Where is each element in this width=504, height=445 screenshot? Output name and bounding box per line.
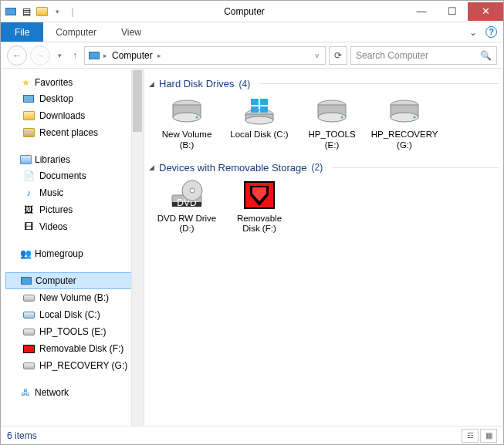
drive-item[interactable]: New Volume (B:) <box>157 96 217 151</box>
nav-item-label: Music <box>39 187 63 198</box>
group-count: (2) <box>311 162 323 173</box>
nav-header-favorites[interactable]: ▸ ★ Favorites <box>5 75 144 90</box>
nav-item-desktop[interactable]: Desktop <box>5 90 144 107</box>
group-line <box>259 83 499 84</box>
up-button[interactable]: ↑ <box>69 50 81 61</box>
drive-icon <box>22 325 35 338</box>
group-items-hdd: New Volume (B:) Local Disk (C:) HP_TOOLS… <box>149 96 499 151</box>
tab-computer[interactable]: Computer <box>43 22 109 42</box>
nav-group-computer: ▸ Computer New Volume (B:) Local Disk (C… <box>1 272 144 374</box>
svg-point-3 <box>196 116 198 119</box>
close-button[interactable]: ✕ <box>468 2 503 21</box>
dvd-item[interactable]: DVD DVD RW Drive (D:) <box>157 180 217 235</box>
quick-access-toolbar: ▤ ▾ | <box>1 5 83 19</box>
nav-group-network: ▸ 🖧 Network <box>1 385 144 400</box>
breadcrumb-sep-icon[interactable]: ▸ <box>157 52 161 59</box>
address-bar[interactable]: ▸ Computer ▸ v <box>84 46 326 65</box>
nav-item-label: Downloads <box>39 110 85 121</box>
view-icons-button[interactable]: ▦ <box>480 429 497 443</box>
computer-icon <box>88 49 100 62</box>
item-label: New Volume (B:) <box>157 130 217 151</box>
dvd-icon: DVD <box>168 180 205 211</box>
libraries-icon <box>19 153 32 166</box>
maximize-button[interactable]: ☐ <box>437 2 468 21</box>
item-label: Local Disk (C:) <box>230 130 288 140</box>
group-header-removable[interactable]: ◢ Devices with Removable Storage (2) <box>149 162 499 174</box>
recent-icon <box>22 126 35 139</box>
nav-header-network[interactable]: ▸ 🖧 Network <box>5 385 144 400</box>
nav-item-label: HP_RECOVERY (G:) <box>39 360 127 371</box>
nav-group-homegroup: ▸ 👥 Homegroup <box>1 246 144 261</box>
minimize-button[interactable]: ― <box>406 2 437 21</box>
drive-icon <box>313 96 350 126</box>
title-bar: ▤ ▾ | Computer ― ☐ ✕ <box>1 1 503 22</box>
nav-item-pictures[interactable]: 🖼Pictures <box>5 201 144 218</box>
nav-label: Homegroup <box>35 248 83 259</box>
drive-item[interactable]: HP_TOOLS (E:) <box>302 96 362 151</box>
nav-item-label: Recent places <box>39 127 98 138</box>
navigation-bar: ← → ▾ ↑ ▸ Computer ▸ v ⟳ Search Computer… <box>1 42 503 69</box>
computer-icon <box>20 275 32 287</box>
address-dropdown-icon[interactable]: v <box>313 52 323 59</box>
videos-icon: 🎞 <box>22 221 35 233</box>
breadcrumb[interactable]: Computer <box>110 50 154 61</box>
tab-view[interactable]: View <box>109 22 154 42</box>
new-folder-icon[interactable] <box>35 5 49 19</box>
nav-item-label: Local Disk (C:) <box>39 309 100 320</box>
nav-item-label: New Volume (B:) <box>39 292 109 303</box>
drive-windows-icon <box>241 96 278 126</box>
ribbon-tabs: File Computer View ⌄ ? <box>1 22 503 42</box>
qat-separator: | <box>66 5 79 19</box>
nav-header-homegroup[interactable]: ▸ 👥 Homegroup <box>5 246 144 261</box>
music-icon: ♪ <box>22 187 35 199</box>
nav-item-recent[interactable]: Recent places <box>5 124 144 141</box>
drive-item[interactable]: HP_RECOVERY (G:) <box>374 96 435 151</box>
pictures-icon: 🖼 <box>22 204 35 216</box>
nav-item-videos[interactable]: 🎞Videos <box>5 218 144 235</box>
ribbon-expand-icon[interactable]: ⌄ <box>464 22 482 42</box>
file-tab[interactable]: File <box>1 22 43 42</box>
group-name: Devices with Removable Storage <box>159 162 306 174</box>
star-icon: ★ <box>19 76 32 89</box>
svg-point-14 <box>341 116 343 119</box>
forward-button[interactable]: → <box>30 46 50 66</box>
nav-item-drive-e[interactable]: HP_TOOLS (E:) <box>5 323 144 340</box>
nav-item-label: HP_TOOLS (E:) <box>39 326 106 337</box>
scrollbar-thumb[interactable] <box>133 70 142 132</box>
removable-item[interactable]: Removable Disk (F:) <box>229 180 289 235</box>
properties-icon[interactable]: ▤ <box>19 5 33 19</box>
refresh-button[interactable]: ⟳ <box>329 46 347 65</box>
documents-icon: 📄 <box>22 170 35 182</box>
nav-item-label: Removable Disk (F:) <box>39 343 123 354</box>
nav-item-drive-g[interactable]: HP_RECOVERY (G:) <box>5 357 144 374</box>
nav-header-libraries[interactable]: ▸ Libraries <box>5 152 144 167</box>
back-button[interactable]: ← <box>7 46 27 66</box>
network-icon: 🖧 <box>19 386 32 399</box>
removable-icon <box>22 342 35 355</box>
window-controls: ― ☐ ✕ <box>406 2 503 21</box>
search-input[interactable]: Search Computer 🔍 <box>350 46 497 65</box>
drive-item[interactable]: Local Disk (C:) <box>229 96 289 151</box>
desktop-icon <box>22 93 35 105</box>
view-details-button[interactable]: ☲ <box>462 429 479 443</box>
body: ▸ ★ Favorites Desktop Downloads Recent p… <box>1 69 503 426</box>
nav-item-documents[interactable]: 📄Documents <box>5 167 144 184</box>
recent-locations-icon[interactable]: ▾ <box>53 52 66 59</box>
nav-header-computer[interactable]: ▸ Computer <box>5 272 144 289</box>
qat-dropdown-icon[interactable]: ▾ <box>50 5 64 19</box>
item-label: Removable Disk (F:) <box>229 214 289 235</box>
nav-label: Network <box>35 387 69 398</box>
nav-item-drive-c[interactable]: Local Disk (C:) <box>5 306 144 323</box>
removable-icon <box>241 180 278 211</box>
scrollbar-track[interactable] <box>131 69 144 426</box>
group-line <box>332 167 499 168</box>
help-icon[interactable]: ? <box>485 26 497 38</box>
nav-item-downloads[interactable]: Downloads <box>5 107 144 124</box>
group-header-hdd[interactable]: ◢ Hard Disk Drives (4) <box>149 78 499 89</box>
nav-item-label: Videos <box>39 221 67 232</box>
search-icon: 🔍 <box>480 50 492 61</box>
nav-item-drive-f[interactable]: Removable Disk (F:) <box>5 340 144 357</box>
group-items-removable: DVD DVD RW Drive (D:) Removable Disk (F:… <box>149 180 499 235</box>
nav-item-drive-b[interactable]: New Volume (B:) <box>5 289 144 306</box>
nav-item-music[interactable]: ♪Music <box>5 184 144 201</box>
